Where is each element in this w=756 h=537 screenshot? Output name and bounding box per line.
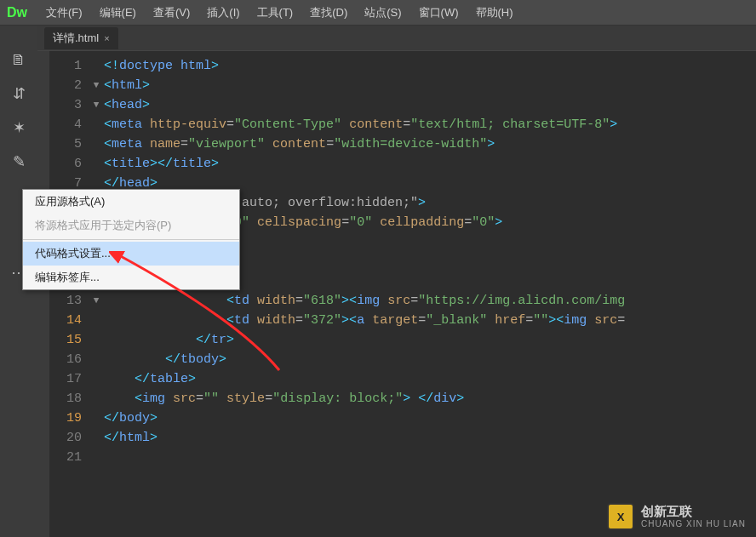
- context-menu-item[interactable]: 应用源格式(A): [23, 190, 239, 214]
- menu-item[interactable]: 窗口(W): [410, 0, 467, 25]
- code-line: <head>: [104, 95, 625, 115]
- menu-item[interactable]: 编辑(E): [91, 0, 145, 25]
- line-number: 14: [49, 311, 82, 330]
- code-line: <td width="372"><a target="_blank" href=…: [104, 311, 625, 330]
- line-number: 13: [49, 291, 82, 311]
- fold-marker-icon: ▼: [89, 95, 104, 115]
- new-file-icon[interactable]: 🗎: [11, 51, 26, 69]
- menu-item[interactable]: 查找(D): [301, 0, 356, 25]
- line-number: 6: [49, 154, 82, 174]
- code-line: <meta name="viewport" content="width=dev…: [104, 134, 625, 154]
- context-menu-item: 将源格式应用于选定内容(P): [23, 214, 239, 237]
- context-menu-item[interactable]: 编辑标签库...: [23, 266, 239, 289]
- code-line: [104, 448, 625, 467]
- code-line: </table>: [104, 369, 625, 389]
- fold-marker-icon: ▼: [89, 76, 104, 95]
- code-editor[interactable]: 123456789101112131415161718192021 ▼▼▼▼▼▼…: [37, 51, 756, 537]
- menu-item[interactable]: 插入(I): [198, 0, 248, 25]
- watermark-cn: 创新互联: [641, 505, 746, 519]
- menu-item[interactable]: 工具(T): [249, 0, 302, 25]
- code-line: <!doctype html>: [104, 56, 625, 76]
- code-line: <html>: [104, 76, 625, 95]
- code-line: <td width="618"><img src="https://img.al…: [104, 291, 625, 311]
- code-line: </tbody>: [104, 350, 625, 369]
- menu-item[interactable]: 帮助(H): [467, 0, 522, 25]
- menu-item[interactable]: 文件(F): [37, 0, 91, 25]
- line-number: 3: [49, 95, 82, 115]
- app-logo: Dw: [7, 5, 27, 20]
- line-number: 21: [49, 448, 82, 467]
- menu-separator: [23, 239, 239, 240]
- line-number: 15: [49, 330, 82, 350]
- star-icon[interactable]: ✶: [13, 118, 26, 137]
- fold-marker-icon: ▼: [89, 291, 104, 311]
- tab-bar: 详情.html ×: [37, 26, 756, 51]
- code-line: </tr>: [104, 330, 625, 350]
- line-number: 5: [49, 134, 82, 154]
- fold-column: ▼▼▼▼▼▼: [89, 51, 104, 537]
- line-number: 18: [49, 389, 82, 408]
- close-icon[interactable]: ×: [104, 33, 109, 43]
- swap-icon[interactable]: ⇵: [13, 84, 26, 103]
- line-number: 4: [49, 115, 82, 134]
- tab-label: 详情.html: [53, 31, 99, 46]
- menu-item[interactable]: 查看(V): [145, 0, 198, 25]
- code-line: </body>: [104, 408, 625, 428]
- code-line: </html>: [104, 428, 625, 448]
- watermark-en: CHUANG XIN HU LIAN: [641, 519, 746, 528]
- line-number: 1: [49, 56, 82, 76]
- context-menu: 应用源格式(A)将源格式应用于选定内容(P)代码格式设置...编辑标签库...: [22, 189, 240, 290]
- menu-bar: Dw 文件(F)编辑(E)查看(V)插入(I)工具(T)查找(D)站点(S)窗口…: [0, 0, 756, 26]
- line-number: 19: [49, 408, 82, 428]
- tab-details-html[interactable]: 详情.html ×: [44, 27, 118, 49]
- wand-icon[interactable]: ✎: [13, 152, 26, 171]
- line-number: 16: [49, 350, 82, 369]
- watermark: X 创新互联 CHUANG XIN HU LIAN: [607, 503, 746, 530]
- code-content[interactable]: <!doctype html><html><head><meta http-eq…: [104, 51, 625, 537]
- context-menu-item[interactable]: 代码格式设置...: [23, 242, 239, 266]
- code-line: <title></title>: [104, 154, 625, 174]
- line-number: 20: [49, 428, 82, 448]
- editor-mini-gutter: [37, 51, 49, 537]
- menu-item[interactable]: 站点(S): [356, 0, 410, 25]
- line-number: 2: [49, 76, 82, 95]
- line-number: 17: [49, 369, 82, 389]
- code-line: <meta http-equiv="Content-Type" content=…: [104, 115, 625, 134]
- watermark-logo: X: [607, 503, 634, 530]
- code-line: <img src="" style="display: block;"> </d…: [104, 389, 625, 408]
- line-number-gutter: 123456789101112131415161718192021: [49, 51, 89, 537]
